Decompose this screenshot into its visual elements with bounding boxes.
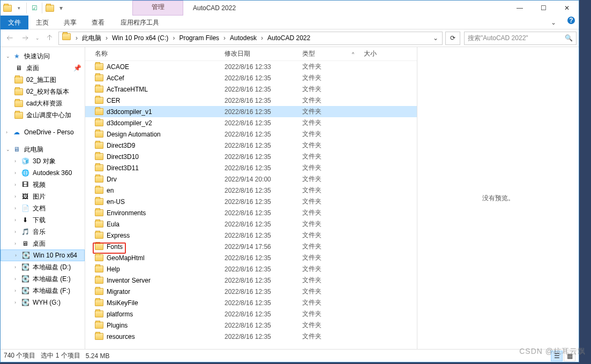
back-button[interactable]: 🡠: [3, 31, 17, 45]
nav-quick-item[interactable]: 02_校对各版本: [1, 86, 85, 97]
file-row[interactable]: Direct3D92022/8/16 12:35文件夹: [85, 140, 417, 151]
nav-pc-item[interactable]: ›🖥桌面: [1, 238, 85, 249]
expand-icon[interactable]: ›: [14, 241, 21, 246]
minimize-button[interactable]: ―: [508, 1, 532, 16]
crumb-c[interactable]: Win 10 Pro x64 (C:): [109, 32, 171, 44]
tab-app-tools[interactable]: 应用程序工具: [113, 16, 167, 29]
view-details-button[interactable]: ☰: [551, 351, 563, 361]
file-row[interactable]: d3dcompiler_v22022/8/16 12:35文件夹: [85, 117, 417, 128]
file-row[interactable]: Help2022/8/16 12:35文件夹: [85, 263, 417, 275]
file-row[interactable]: platforms2022/8/16 12:35文件夹: [85, 308, 417, 320]
col-header-size[interactable]: 大小: [364, 49, 407, 58]
expand-icon[interactable]: ›: [14, 194, 21, 199]
nav-quick-item[interactable]: 🖥桌面📌: [1, 62, 85, 74]
file-row[interactable]: resources2022/8/16 12:35文件夹: [85, 331, 417, 342]
tab-home[interactable]: 主页: [28, 16, 56, 29]
nav-onedrive[interactable]: › ☁ OneDrive - Perso: [1, 126, 85, 138]
file-row[interactable]: Fonts2022/9/14 17:56文件夹: [85, 241, 417, 252]
tab-share[interactable]: 共享: [56, 16, 84, 29]
expand-icon[interactable]: ›: [14, 288, 21, 293]
nav-quick-item[interactable]: 金山调度中心加: [1, 109, 85, 121]
expand-icon[interactable]: ›: [14, 276, 21, 282]
maximize-button[interactable]: ☐: [532, 1, 555, 16]
view-icons-button[interactable]: ▦: [564, 351, 575, 361]
file-row[interactable]: Plugins2022/8/16 12:35文件夹: [85, 320, 417, 331]
expand-icon[interactable]: ›: [14, 217, 21, 223]
expand-icon[interactable]: ›: [14, 264, 21, 270]
nav-quick-item[interactable]: 02_施工图: [1, 74, 85, 86]
chevron-right-icon[interactable]: ›: [222, 34, 227, 42]
chevron-right-icon[interactable]: ›: [104, 34, 109, 42]
col-header-date[interactable]: 修改日期: [225, 49, 302, 58]
expand-icon[interactable]: ›: [6, 130, 12, 135]
nav-pc-item[interactable]: ›💽WYH (G:): [1, 297, 85, 308]
crumb-autodesk[interactable]: Autodesk: [227, 32, 259, 44]
nav-quick-item[interactable]: cad大样资源: [1, 97, 85, 109]
nav-quick-access[interactable]: ⌄ ★ 快速访问: [1, 50, 85, 62]
col-header-type[interactable]: 类型 ^: [302, 49, 364, 58]
search-icon[interactable]: 🔍: [565, 34, 573, 42]
expand-icon[interactable]: ›: [14, 170, 21, 176]
up-button[interactable]: 🡡: [43, 31, 57, 45]
refresh-button[interactable]: ⟳: [445, 32, 460, 45]
nav-pc-item[interactable]: ›🧊3D 对象: [1, 155, 85, 167]
chevron-right-icon[interactable]: ›: [259, 34, 265, 42]
recent-dropdown[interactable]: ⌄: [34, 31, 41, 45]
nav-pc-item[interactable]: ›🖼图片: [1, 191, 85, 202]
file-row[interactable]: Direct3D112022/8/16 12:35文件夹: [85, 162, 417, 173]
nav-pc-item[interactable]: ›🎞视频: [1, 179, 85, 191]
file-row[interactable]: Environments2022/8/16 12:35文件夹: [85, 207, 417, 218]
file-tab[interactable]: 文件: [1, 16, 28, 29]
file-row[interactable]: Eula2022/8/16 12:35文件夹: [85, 218, 417, 230]
col-header-name[interactable]: 名称: [85, 49, 225, 58]
nav-pc-item[interactable]: ›💽本地磁盘 (E:): [1, 273, 85, 285]
file-row[interactable]: CER2022/8/16 12:35文件夹: [85, 95, 417, 106]
expand-icon[interactable]: ›: [14, 182, 21, 187]
file-row[interactable]: GeoMapHtml2022/8/16 12:35文件夹: [85, 252, 417, 263]
chevron-right-icon[interactable]: ›: [74, 34, 79, 42]
expand-icon[interactable]: ›: [15, 253, 21, 258]
forward-button[interactable]: 🡢: [18, 31, 32, 45]
expand-icon[interactable]: ›: [14, 229, 21, 234]
navigation-pane[interactable]: ⌄ ★ 快速访问 🖥桌面📌02_施工图02_校对各版本cad大样资源金山调度中心…: [1, 47, 85, 349]
file-row[interactable]: d3dcompiler_v12022/8/16 12:35文件夹: [85, 106, 417, 117]
file-row[interactable]: Inventor Server2022/8/16 12:35文件夹: [85, 275, 417, 286]
properties-icon[interactable]: ☑: [29, 3, 39, 13]
file-row[interactable]: MsiKeyFile2022/8/16 12:35文件夹: [85, 297, 417, 308]
expand-icon[interactable]: ›: [14, 300, 21, 305]
file-row[interactable]: en2022/8/16 12:35文件夹: [85, 185, 417, 196]
collapse-icon[interactable]: ⌄: [6, 147, 12, 152]
nav-pc-item[interactable]: ›⬇下载: [1, 214, 85, 226]
new-folder-icon[interactable]: [45, 3, 55, 13]
crumb-acad[interactable]: AutoCAD 2022: [265, 32, 313, 44]
file-row[interactable]: Direct3D102022/8/16 12:35文件夹: [85, 151, 417, 162]
nav-this-pc[interactable]: ⌄ 🖥 此电脑: [1, 143, 85, 155]
search-input[interactable]: 搜索"AutoCAD 2022" 🔍: [464, 32, 577, 45]
file-row[interactable]: AcTraceHTML2022/8/16 12:35文件夹: [85, 84, 417, 95]
expand-icon[interactable]: ›: [14, 206, 21, 211]
qat-dropdown-icon[interactable]: ▾: [14, 3, 24, 13]
nav-pc-item[interactable]: ›💽本地磁盘 (F:): [1, 285, 85, 297]
crumb-pf[interactable]: Program Files: [176, 32, 222, 44]
collapse-icon[interactable]: ⌄: [6, 54, 12, 59]
chevron-right-icon[interactable]: ›: [171, 34, 176, 42]
crumb-pc[interactable]: 此电脑: [79, 32, 104, 44]
file-row[interactable]: ACAOE2022/8/16 12:33文件夹: [85, 61, 417, 72]
nav-pc-item[interactable]: ›💽Win 10 Pro x64: [1, 249, 85, 261]
help-button[interactable]: ?: [559, 16, 574, 29]
nav-pc-item[interactable]: ›🌐Autodesk 360: [1, 167, 85, 179]
file-row[interactable]: Drv2022/9/14 20:00文件夹: [85, 173, 417, 185]
tab-view[interactable]: 查看: [84, 16, 112, 29]
ribbon-expand-icon[interactable]: ⌄: [551, 19, 556, 26]
nav-pc-item[interactable]: ›💽本地磁盘 (D:): [1, 261, 85, 273]
file-row[interactable]: Express2022/8/16 12:35文件夹: [85, 230, 417, 241]
file-row[interactable]: en-US2022/8/16 12:35文件夹: [85, 196, 417, 207]
file-row[interactable]: Migrator2022/8/16 12:35文件夹: [85, 286, 417, 297]
expand-icon[interactable]: ›: [14, 158, 21, 164]
close-button[interactable]: ✕: [555, 1, 579, 16]
file-row[interactable]: Design Automation2022/8/16 12:35文件夹: [85, 128, 417, 140]
breadcrumb-bar[interactable]: › 此电脑 › Win 10 Pro x64 (C:) › Program Fi…: [58, 32, 443, 45]
nav-pc-item[interactable]: ›📄文档: [1, 202, 85, 214]
file-rows[interactable]: ACAOE2022/8/16 12:33文件夹AcCef2022/8/16 12…: [85, 61, 417, 349]
nav-pc-item[interactable]: ›🎵音乐: [1, 226, 85, 238]
